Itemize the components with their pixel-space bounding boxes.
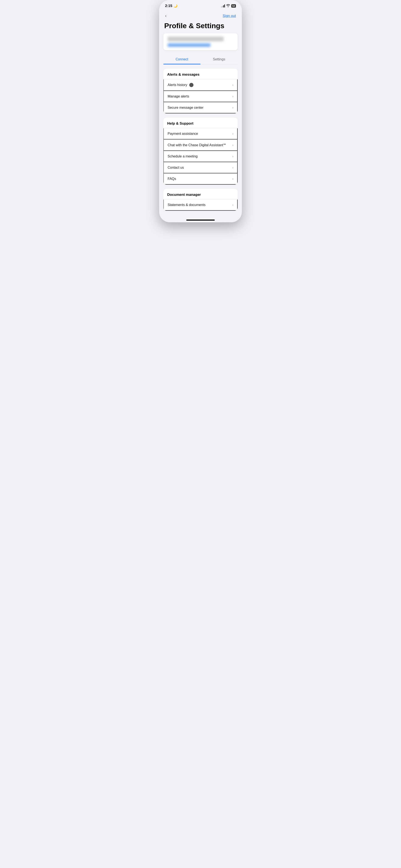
- chat-assistant-item[interactable]: Chat with the Chase Digital Assistant℠ ›: [163, 140, 238, 151]
- chevron-icon-8: ›: [232, 177, 233, 181]
- page-title: Profile & Settings: [163, 22, 238, 30]
- sign-out-button[interactable]: Sign out: [222, 13, 237, 19]
- profile-card-inner: [168, 37, 233, 47]
- manage-alerts-item[interactable]: Manage alerts ›: [163, 91, 238, 102]
- notification-dot: [189, 83, 194, 87]
- signal-bar-3: [223, 5, 224, 7]
- schedule-meeting-label: Schedule a meeting: [168, 154, 198, 158]
- profile-card: [163, 33, 238, 50]
- battery-level: 54: [232, 5, 235, 7]
- status-time: 2:15 🌙: [165, 4, 178, 8]
- signal-bar-4: [224, 4, 225, 7]
- chevron-icon-4: ›: [232, 132, 233, 135]
- schedule-meeting-item[interactable]: Schedule a meeting ›: [163, 151, 238, 162]
- time-display: 2:15: [165, 4, 172, 8]
- battery-icon: 54: [231, 4, 236, 8]
- moon-icon: 🌙: [174, 4, 178, 8]
- manage-alerts-left: Manage alerts: [168, 94, 232, 98]
- statements-documents-item[interactable]: Statements & documents ›: [163, 199, 238, 211]
- chevron-icon: ›: [232, 83, 233, 87]
- chevron-icon-3: ›: [232, 106, 233, 110]
- help-support-header: Help & Support: [163, 118, 238, 128]
- alerts-messages-section: Alerts & messages Alerts history › Manag…: [163, 69, 238, 113]
- alerts-messages-header: Alerts & messages: [163, 69, 238, 79]
- tabs-container: Connect Settings: [163, 55, 238, 64]
- secure-message-label: Secure message center: [168, 106, 203, 110]
- help-support-section: Help & Support Payment assistance › Chat…: [163, 118, 238, 185]
- contact-us-label: Contact us: [168, 166, 184, 169]
- tab-settings[interactable]: Settings: [200, 55, 238, 64]
- back-button[interactable]: ‹: [164, 13, 167, 19]
- status-icons: 54: [221, 4, 236, 8]
- document-manager-section: Document manager Statements & documents …: [163, 189, 238, 211]
- payment-assistance-item[interactable]: Payment assistance ›: [163, 128, 238, 140]
- phone-frame: 2:15 🌙 54 ‹ Sign out Prof: [159, 0, 242, 222]
- document-manager-header: Document manager: [163, 189, 238, 199]
- chevron-icon-6: ›: [232, 154, 233, 158]
- signal-bar-2: [222, 6, 223, 7]
- nav-bar: ‹ Sign out: [159, 10, 242, 22]
- alerts-history-item[interactable]: Alerts history ›: [163, 79, 238, 91]
- wifi-icon: [226, 4, 230, 8]
- secure-message-left: Secure message center: [168, 106, 232, 110]
- secure-message-item[interactable]: Secure message center ›: [163, 102, 238, 113]
- chevron-icon-9: ›: [232, 203, 233, 207]
- manage-alerts-label: Manage alerts: [168, 94, 189, 98]
- chevron-icon-2: ›: [232, 94, 233, 98]
- alerts-history-left: Alerts history: [168, 83, 232, 87]
- chat-assistant-label: Chat with the Chase Digital Assistant℠: [168, 143, 226, 147]
- faqs-item[interactable]: FAQs ›: [163, 173, 238, 185]
- signal-icon: [221, 4, 225, 7]
- chevron-icon-5: ›: [232, 143, 233, 147]
- contact-us-item[interactable]: Contact us ›: [163, 162, 238, 173]
- profile-name-blur: [168, 37, 224, 41]
- profile-detail-blur: [168, 43, 210, 47]
- home-bar: [186, 220, 215, 221]
- home-indicator: [159, 217, 242, 222]
- tab-connect[interactable]: Connect: [163, 55, 200, 64]
- status-bar: 2:15 🌙 54: [159, 0, 242, 10]
- alerts-history-label: Alerts history: [168, 83, 187, 87]
- faqs-label: FAQs: [168, 177, 176, 181]
- page-content: Profile & Settings Connect Settings Aler…: [159, 22, 242, 215]
- signal-bar-1: [221, 6, 222, 7]
- payment-assistance-label: Payment assistance: [168, 132, 198, 135]
- chevron-icon-7: ›: [232, 166, 233, 169]
- statements-documents-label: Statements & documents: [168, 203, 206, 207]
